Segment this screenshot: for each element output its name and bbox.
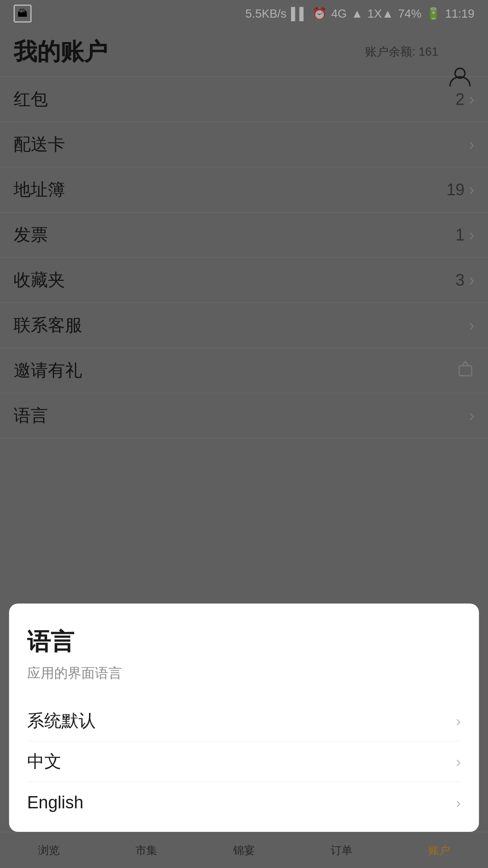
- sheet-title: 语言: [27, 626, 461, 658]
- sheet-item-label: English: [27, 793, 84, 812]
- language-option-chinese[interactable]: 中文 ›: [27, 741, 461, 782]
- sheet-chevron-icon: ›: [456, 712, 461, 730]
- sheet-item-label: 系统默认: [27, 709, 96, 732]
- sheet-item-label: 中文: [27, 750, 61, 773]
- sheet-chevron-icon: ›: [456, 794, 461, 811]
- sheet-subtitle: 应用的界面语言: [27, 664, 461, 683]
- language-option-system[interactable]: 系统默认 ›: [27, 701, 461, 741]
- sheet-chevron-icon: ›: [456, 753, 461, 770]
- language-bottom-sheet: 语言 应用的界面语言 系统默认 › 中文 › English ›: [9, 604, 479, 832]
- language-option-english[interactable]: English ›: [27, 782, 461, 823]
